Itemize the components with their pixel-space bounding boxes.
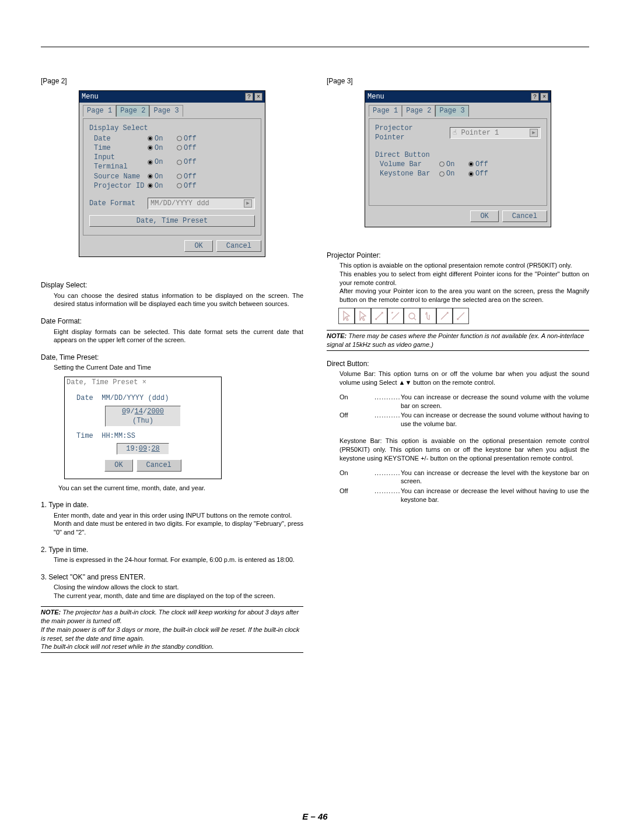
step1-text2: Month and date must be entered in two di… [41, 519, 303, 537]
pointer-icon-2 [355, 308, 371, 324]
volume-off-row: Off................You can increase or d… [340, 411, 589, 428]
projid-off-radio[interactable]: Off [177, 181, 206, 191]
chevron-right-icon: ▶ [244, 199, 252, 208]
input-on-radio[interactable]: On [148, 157, 177, 167]
projector-pointer-heading: Projector Pointer: [327, 251, 589, 260]
step1-text1: Enter month, date and year in this order… [41, 511, 303, 520]
pp-text3: After moving your Pointer icon to the ar… [327, 287, 589, 304]
pointer-icon-8 [453, 308, 469, 324]
pointer-icon: ☝ [453, 129, 457, 137]
step3-text2: The current year, month, date and time a… [41, 592, 303, 600]
direct-button-heading: Direct Button: [327, 359, 589, 368]
date-format-text: Eight display formats can be selected. T… [41, 328, 303, 345]
ok-button[interactable]: OK [104, 459, 132, 471]
pointer-icon-1 [338, 308, 355, 324]
date-time-preset-dialog: Date, Time Preset × Date MM/DD/YYYY (ddd… [64, 377, 222, 479]
keystone-on-row: On................You can increase or de… [340, 469, 589, 486]
volume-on-row: On................You can increase or de… [340, 393, 589, 410]
ok-button[interactable]: OK [184, 240, 212, 252]
keystone-off-row: Off................You can increase or d… [340, 487, 589, 504]
direct-button-section: Direct Button [375, 150, 541, 160]
right-column: [Page 3] Menu ? × Page 1 Page 2 [327, 76, 589, 653]
menu-page2-dialog: Menu ? × Page 1 Page 2 Page 3 [79, 90, 265, 257]
display-select-section: Display Select [89, 124, 255, 133]
keystone-off-radio[interactable]: Off [468, 169, 498, 178]
date-input[interactable]: 09/14/2000 (Thu) [105, 406, 181, 427]
pointer-select[interactable]: ☝ Pointer 1 ▶ [450, 127, 541, 139]
page-3-label: [Page 3] [327, 76, 589, 86]
ok-button[interactable]: OK [470, 210, 498, 222]
step3-text1: Closing the window allows the clock to s… [41, 583, 303, 592]
tab-page2[interactable]: Page 2 [402, 105, 435, 116]
time-off-radio[interactable]: Off [177, 143, 206, 153]
time-input[interactable]: 19:09:28 [117, 443, 169, 455]
chevron-right-icon: ▶ [530, 129, 538, 137]
pointer-icon-5 [404, 308, 420, 324]
keystone-on-radio[interactable]: On [439, 169, 468, 178]
close-icon[interactable]: × [142, 378, 146, 386]
step3-heading: 3. Select "OK" and press ENTER. [41, 572, 303, 582]
cancel-button[interactable]: Cancel [136, 459, 181, 471]
page-2-label: [Page 2] [41, 76, 303, 86]
display-select-text: You can choose the desired status inform… [41, 291, 303, 309]
page-footer: E – 46 [0, 811, 630, 823]
date-off-radio[interactable]: Off [177, 134, 206, 143]
current-time-text: You can set the current time, month, dat… [41, 484, 303, 493]
pp-text2: This enables you to select from eight di… [327, 270, 589, 287]
date-format-select[interactable]: MM/DD/YYYY ddd ▶ [148, 198, 255, 209]
time-on-radio[interactable]: On [148, 143, 177, 153]
tab-page1[interactable]: Page 1 [83, 105, 116, 116]
projid-on-radio[interactable]: On [148, 181, 177, 191]
help-icon[interactable]: ? [245, 93, 253, 101]
mini-dialog-title: Date, Time Preset [66, 378, 138, 386]
dialog-title: Menu [82, 92, 99, 101]
pointer-icon-4 [387, 308, 404, 324]
pointer-icon-7 [436, 308, 453, 324]
date-on-radio[interactable]: On [148, 134, 177, 143]
volume-on-radio[interactable]: On [439, 160, 468, 169]
clock-note: NOTE: The projector has a built-in clock… [41, 606, 303, 653]
volume-off-radio[interactable]: Off [468, 160, 498, 169]
volume-bar-text: Volume Bar: This option turns on or off … [327, 370, 589, 387]
cancel-button[interactable]: Cancel [216, 240, 261, 252]
display-select-heading: Display Select: [41, 280, 303, 290]
pointer-icon-3 [371, 308, 387, 324]
date-time-preset-button[interactable]: Date, Time Preset [89, 215, 255, 227]
source-off-radio[interactable]: Off [177, 172, 206, 181]
tab-page3[interactable]: Page 3 [149, 105, 183, 116]
source-on-radio[interactable]: On [148, 172, 177, 181]
step1-heading: 1. Type in date. [41, 500, 303, 509]
pointer-icon-row [338, 308, 589, 324]
menu-page3-dialog: Menu ? × Page 1 Page 2 Page 3 [365, 90, 551, 227]
pp-text1: This option is avaiable on the optional … [327, 261, 589, 270]
left-column: [Page 2] Menu ? × Page 1 Page 2 [41, 76, 303, 653]
close-icon[interactable]: × [540, 93, 548, 101]
help-icon[interactable]: ? [531, 93, 539, 101]
date-time-preset-text: Setting the Current Date and Time [41, 363, 303, 372]
tab-page3[interactable]: Page 3 [435, 105, 468, 116]
step2-heading: 2. Type in time. [41, 545, 303, 554]
projector-pointer-label: Projector Pointer [375, 124, 445, 142]
pointer-note: NOTE: There may be cases where the Point… [327, 330, 589, 351]
tab-page1[interactable]: Page 1 [369, 105, 402, 116]
close-icon[interactable]: × [254, 93, 262, 101]
tab-page2[interactable]: Page 2 [116, 105, 149, 116]
pointer-icon-6 [420, 308, 436, 324]
cancel-button[interactable]: Cancel [502, 210, 547, 222]
date-format-heading: Date Format: [41, 317, 303, 326]
keystone-bar-text: Keystone Bar: This option is avaiable on… [327, 437, 589, 463]
date-time-preset-heading: Date, Time Preset: [41, 353, 303, 362]
step2-text: Time is expressed in the 24-hour format.… [41, 556, 303, 564]
date-format-label: Date Format [89, 199, 142, 208]
input-off-radio[interactable]: Off [177, 157, 206, 167]
dialog-title: Menu [368, 92, 384, 101]
